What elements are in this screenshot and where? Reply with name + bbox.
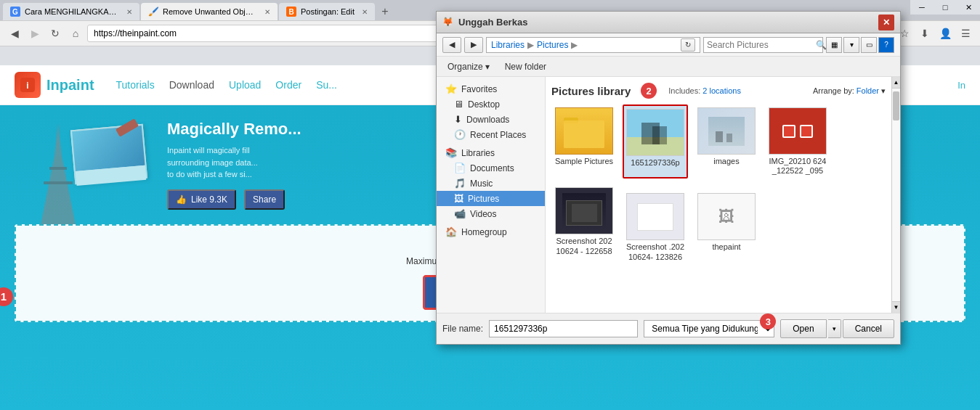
- help-button[interactable]: ?: [878, 37, 894, 53]
- file-sample-pictures[interactable]: Sample Pictures: [551, 104, 617, 179]
- file-thepaint-label: thepaint: [712, 242, 740, 252]
- folder-thumb: [555, 107, 613, 155]
- libraries-icon: 📚: [445, 147, 457, 158]
- file-img-thumb-6: 🖼: [697, 193, 756, 240]
- organize-label: Organize: [448, 62, 483, 72]
- sidebar-downloads[interactable]: ⬇ Downloads: [437, 112, 545, 127]
- sidebar-documents-label: Documents: [470, 163, 514, 173]
- dialog-path-bar: Libraries ▶ Pictures ▶ ↻: [486, 37, 700, 53]
- homegroup-icon: 🏠: [445, 226, 457, 237]
- path-refresh-button[interactable]: ↻: [681, 38, 695, 52]
- locations-link[interactable]: 2 locations: [702, 86, 741, 95]
- annotation-2: 2: [641, 83, 657, 99]
- file-img-thumb-1: [626, 109, 684, 156]
- file-img-thumb-4: [555, 187, 613, 234]
- sidebar-favorites-label: Favorites: [461, 84, 497, 94]
- view-grid-button[interactable]: ▦: [826, 37, 842, 53]
- sidebar-favorites-header: ⭐ Favorites: [437, 81, 545, 97]
- sidebar-recent-label: Recent Places: [470, 130, 526, 140]
- downloads-icon: ⬇: [454, 114, 462, 125]
- scrollbar-track[interactable]: [892, 89, 900, 301]
- file-content-area: Pictures library 2 Includes: 2 locations…: [546, 77, 900, 313]
- svg-rect-9: [564, 120, 604, 148]
- arrange-dropdown-icon: ▾: [881, 86, 886, 96]
- dialog-titlebar: 🦊 Unggah Berkas ✕: [437, 12, 900, 33]
- dialog-footer: File name: Semua Tipe yang Didukung 3 Op…: [437, 313, 900, 344]
- sidebar-desktop-label: Desktop: [468, 99, 500, 110]
- sidebar-homegroup[interactable]: 🏠 Homegroup: [437, 224, 545, 239]
- filename-label: File name:: [442, 324, 483, 334]
- documents-icon: 📄: [454, 163, 466, 173]
- library-header: Pictures library 2 Includes: 2 locations…: [551, 83, 886, 99]
- sidebar-desktop[interactable]: 🖥 Desktop: [437, 97, 545, 112]
- path-pictures[interactable]: Pictures: [537, 40, 568, 50]
- arrange-value[interactable]: Folder: [857, 86, 879, 95]
- open-button[interactable]: Open: [780, 319, 826, 338]
- files-grid: Sample Pictures 1651297336p: [551, 104, 886, 265]
- file-images[interactable]: images: [694, 104, 759, 179]
- library-subtitle: Includes: 2 locations: [668, 86, 741, 96]
- file-img-20210624[interactable]: IMG_20210 624_122522 _095: [765, 104, 830, 179]
- file-img-thumb-5: [626, 193, 684, 240]
- file-thepaint[interactable]: 🖼 thepaint: [694, 190, 759, 264]
- desktop-icon: 🖥: [454, 99, 463, 110]
- library-title: Pictures library: [551, 85, 631, 97]
- cancel-button[interactable]: Cancel: [843, 319, 894, 338]
- scrollbar-thumb[interactable]: [893, 91, 899, 120]
- sidebar-documents[interactable]: 📄 Documents: [437, 160, 545, 176]
- file-dialog: 🦊 Unggah Berkas ✕ ◀ ▶ Libraries ▶ Pictur…: [436, 11, 901, 345]
- file-screenshot-122658[interactable]: Screenshot 20210624 - 122658: [551, 184, 617, 264]
- file-screenshot-122658-label: Screenshot 20210624 - 122658: [554, 237, 614, 255]
- videos-icon: 📹: [454, 208, 466, 219]
- favorites-section: ⭐ Favorites 🖥 Desktop ⬇ Downloads 🕐 Rece…: [437, 81, 545, 142]
- recent-icon: 🕐: [454, 129, 466, 140]
- sidebar-libraries-header: 📚 Libraries: [437, 145, 545, 160]
- file-1651297336p[interactable]: 1651297336p: [623, 104, 688, 179]
- dialog-favicon: 🦊: [442, 17, 454, 28]
- sidebar-pictures-label: Pictures: [468, 194, 499, 204]
- music-icon: 🎵: [454, 178, 466, 189]
- sidebar-recent-places[interactable]: 🕐 Recent Places: [437, 127, 545, 142]
- sidebar-videos-label: Videos: [470, 209, 496, 219]
- view-pane-button[interactable]: ▭: [861, 37, 877, 53]
- view-dropdown-button[interactable]: ▾: [843, 37, 859, 53]
- organize-button[interactable]: Organize ▾: [442, 60, 495, 74]
- scrollbar-down-button[interactable]: ▼: [892, 301, 900, 313]
- file-screenshot-123826-label: Screenshot .20210624- 123826: [625, 242, 685, 261]
- sidebar-downloads-label: Downloads: [466, 115, 509, 125]
- dialog-file-grid: Pictures library 2 Includes: 2 locations…: [546, 77, 891, 313]
- file-images-label: images: [713, 157, 739, 166]
- sidebar-videos[interactable]: 📹 Videos: [437, 206, 545, 221]
- sidebar-music-label: Music: [470, 179, 493, 189]
- dialog-back-button[interactable]: ◀: [442, 37, 461, 53]
- organize-toolbar: Organize ▾ New folder: [437, 57, 900, 77]
- scrollbar-up-button[interactable]: ▲: [892, 77, 900, 89]
- sidebar-libraries-label: Libraries: [461, 148, 495, 158]
- dialog-body: ⭐ Favorites 🖥 Desktop ⬇ Downloads 🕐 Rece…: [437, 77, 900, 313]
- path-separator-1: ▶: [527, 40, 534, 50]
- open-cancel-buttons: Open ▾ Cancel: [780, 319, 894, 338]
- sidebar-music[interactable]: 🎵 Music: [437, 176, 545, 191]
- arrange-area: Arrange by: Folder ▾: [813, 86, 886, 96]
- filename-input[interactable]: [489, 320, 638, 337]
- dialog-scrollbar[interactable]: ▲ ▼: [891, 77, 900, 313]
- filetype-select[interactable]: Semua Tipe yang Didukung: [644, 320, 774, 337]
- path-separator-2: ▶: [571, 40, 578, 50]
- sidebar-pictures[interactable]: 🖼 Pictures: [437, 191, 545, 206]
- dialog-close-button[interactable]: ✕: [878, 15, 894, 30]
- pictures-icon: 🖼: [454, 193, 463, 204]
- arrange-label: Arrange by:: [813, 86, 854, 95]
- search-input[interactable]: [707, 40, 816, 50]
- dialog-forward-button[interactable]: ▶: [464, 37, 483, 53]
- sidebar-homegroup-label: Homegroup: [461, 227, 507, 237]
- view-buttons: ▦ ▾ ▭ ?: [826, 37, 894, 53]
- dialog-nav-toolbar: ◀ ▶ Libraries ▶ Pictures ▶ ↻ 🔍 ▦ ▾ ▭ ?: [437, 33, 900, 57]
- includes-label: Includes:: [668, 86, 702, 95]
- open-dropdown-button[interactable]: ▾: [828, 319, 841, 338]
- file-1651297336p-label: 1651297336p: [631, 158, 679, 168]
- new-folder-button[interactable]: New folder: [501, 60, 551, 73]
- file-sample-pictures-label: Sample Pictures: [555, 157, 613, 166]
- file-screenshot-123826[interactable]: Screenshot .20210624- 123826: [623, 190, 688, 264]
- file-img-thumb-3: [769, 107, 827, 155]
- path-libraries[interactable]: Libraries: [491, 40, 525, 50]
